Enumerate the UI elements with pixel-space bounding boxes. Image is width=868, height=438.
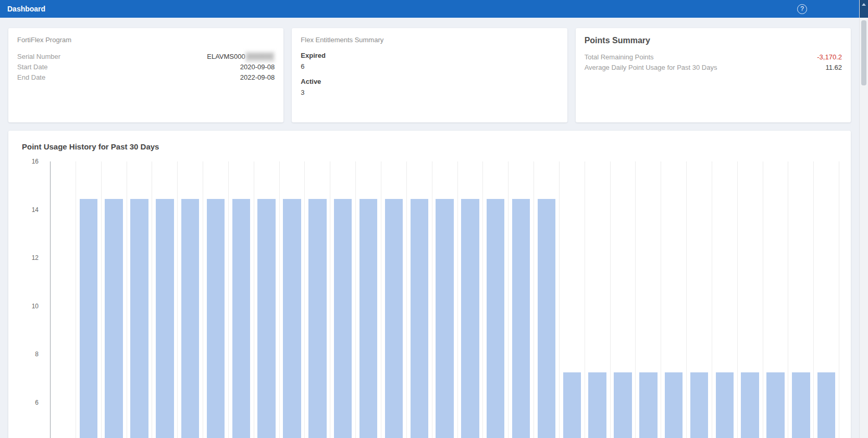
y-axis-labels: 1614121086 xyxy=(20,161,46,438)
chart-grid-cell xyxy=(203,161,229,438)
chart-grid-cell xyxy=(152,161,178,438)
usage-bar xyxy=(385,199,403,438)
usage-bar xyxy=(792,372,810,438)
usage-bar xyxy=(334,199,352,438)
info-value: ELAVMS0000000000 xyxy=(207,52,275,62)
info-row: Total Remaining Points-3,170.2 xyxy=(585,52,842,62)
card-title-entitlements: Flex Entitlements Summary xyxy=(301,36,558,44)
card-points-summary: Points Summary Total Remaining Points-3,… xyxy=(576,28,851,122)
page-title: Dashboard xyxy=(7,5,45,13)
chart-grid-cell xyxy=(178,161,203,438)
usage-bar xyxy=(766,372,784,438)
info-row: Average Daily Point Usage for Past 30 Da… xyxy=(585,62,842,73)
usage-bar xyxy=(588,372,606,438)
usage-bar xyxy=(308,199,326,438)
usage-bar xyxy=(181,199,199,438)
summary-cards-row: FortiFlex Program Serial NumberELAVMS000… xyxy=(8,28,851,122)
stat-value: 6 xyxy=(301,62,558,70)
info-value: 2022-09-08 xyxy=(240,72,275,83)
usage-bar xyxy=(257,199,275,438)
info-value: -3,170.2 xyxy=(817,52,842,62)
redacted-text: 0000000 xyxy=(245,52,275,62)
card-flex-entitlements-summary: Flex Entitlements Summary Expired6Active… xyxy=(292,28,567,122)
y-axis-tick-label: 14 xyxy=(32,206,39,214)
chart-grid-cell xyxy=(432,161,458,438)
y-axis-tick-label: 10 xyxy=(32,303,39,310)
vertical-scrollbar[interactable] xyxy=(859,0,868,438)
chart-grid-cell xyxy=(788,161,814,438)
chart-grid-cell xyxy=(254,161,280,438)
usage-bar xyxy=(538,199,555,438)
chart-grid-cell xyxy=(330,161,356,438)
chart-grid-cell xyxy=(814,161,839,438)
chart-grid-cell xyxy=(534,161,560,438)
usage-bar xyxy=(817,372,835,438)
entitlement-stats: Expired6Active3 xyxy=(301,52,558,96)
point-usage-chart-card: Point Usage History for Past 30 Days 161… xyxy=(8,131,851,438)
chart-grid-cell xyxy=(509,161,534,438)
chart-grid-cell xyxy=(356,161,381,438)
chart-grid-cell xyxy=(280,161,305,438)
chart-grid-cell xyxy=(76,161,102,438)
chart-grid-cell xyxy=(687,161,712,438)
usage-bar xyxy=(639,372,657,438)
chart-grid-cell xyxy=(381,161,407,438)
chart-title: Point Usage History for Past 30 Days xyxy=(22,142,839,151)
info-row: End Date2022-09-08 xyxy=(17,72,275,83)
chart-plot-area xyxy=(50,161,839,438)
info-label: Start Date xyxy=(17,62,48,72)
usage-bar xyxy=(130,199,148,438)
info-row: Start Date2020-09-08 xyxy=(17,62,275,72)
question-mark-icon: ? xyxy=(800,5,804,12)
usage-bar xyxy=(690,372,708,438)
usage-bar xyxy=(156,199,173,438)
main-content: FortiFlex Program Serial NumberELAVMS000… xyxy=(0,18,859,438)
usage-bar xyxy=(512,199,530,438)
fortiflex-info-rows: Serial NumberELAVMS0000000000Start Date2… xyxy=(17,52,275,83)
usage-bar xyxy=(614,372,631,438)
chart-grid-cell xyxy=(763,161,789,438)
usage-bar xyxy=(436,199,453,438)
scrollbar-thumb[interactable] xyxy=(861,20,866,85)
chart-grid-cell xyxy=(560,161,585,438)
info-value: 11.62 xyxy=(825,62,842,73)
usage-bar xyxy=(665,372,683,438)
info-row: Serial NumberELAVMS0000000000 xyxy=(17,52,275,62)
stat-value: 3 xyxy=(301,89,558,96)
usage-bar xyxy=(741,372,759,438)
info-label: Average Daily Point Usage for Past 30 Da… xyxy=(585,62,717,73)
chart-grid-cell xyxy=(51,161,76,438)
usage-bar xyxy=(487,199,504,438)
scrollbar-up-button[interactable] xyxy=(860,0,868,18)
usage-bar xyxy=(359,199,377,438)
y-axis-tick-label: 8 xyxy=(35,351,39,358)
chart-grid-cell xyxy=(611,161,636,438)
stat-label: Expired xyxy=(301,52,558,59)
scroll-up-icon xyxy=(862,3,866,6)
card-title-fortiflex: FortiFlex Program xyxy=(17,36,275,44)
chart-grid-cell xyxy=(661,161,687,438)
info-label: Total Remaining Points xyxy=(585,52,654,62)
chart-grid-cell xyxy=(458,161,483,438)
info-label: End Date xyxy=(17,72,45,83)
y-axis-tick-label: 6 xyxy=(35,399,39,406)
bar-chart: 1614121086 xyxy=(50,161,839,438)
info-value: 2020-09-08 xyxy=(240,62,275,72)
info-label: Serial Number xyxy=(17,52,60,62)
usage-bar xyxy=(207,199,225,438)
entitlement-stat: Active3 xyxy=(301,78,558,96)
entitlement-stat: Expired6 xyxy=(301,52,558,70)
chart-grid-cell xyxy=(636,161,661,438)
stat-label: Active xyxy=(301,78,558,85)
usage-bar xyxy=(105,199,122,438)
chart-grid-cell xyxy=(585,161,611,438)
help-button[interactable]: ? xyxy=(797,4,807,14)
chart-grid-cell xyxy=(305,161,330,438)
points-info-rows: Total Remaining Points-3,170.2Average Da… xyxy=(585,52,842,73)
y-axis-tick-label: 12 xyxy=(32,254,39,261)
chart-grid-cell xyxy=(127,161,153,438)
usage-bar xyxy=(283,199,301,438)
chart-grid-cell xyxy=(407,161,432,438)
usage-bar xyxy=(563,372,581,438)
card-fortiflex-program: FortiFlex Program Serial NumberELAVMS000… xyxy=(8,28,283,122)
